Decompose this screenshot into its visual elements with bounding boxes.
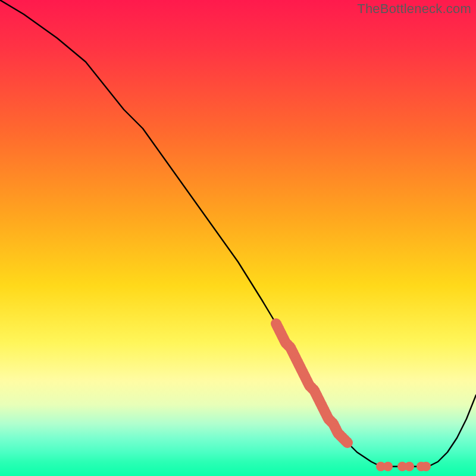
marker-dot [405, 462, 414, 471]
bottleneck-curve [0, 0, 476, 466]
chart-area: TheBottleneck.com [0, 0, 476, 476]
plot-svg [0, 0, 476, 476]
marker-dot [383, 462, 393, 471]
marker-dot [421, 462, 431, 471]
highlight-dot [342, 437, 353, 448]
